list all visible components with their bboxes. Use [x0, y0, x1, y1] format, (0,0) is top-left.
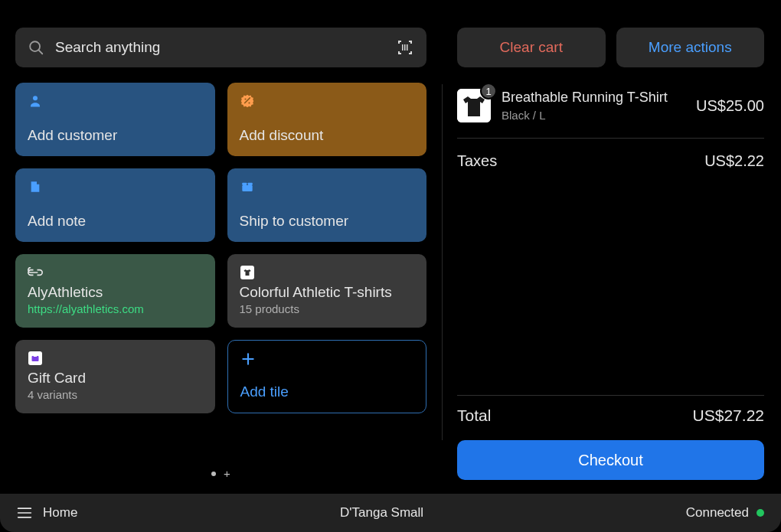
tile-label: Add tile [240, 383, 414, 400]
person-icon [28, 93, 43, 109]
right-panel: Clear cart More actions 1 Breathable Run… [443, 0, 781, 494]
tile-sublabel: 15 products [240, 302, 415, 315]
total-row: Total US$27.22 [457, 395, 764, 436]
tile-add-tile[interactable]: Add tile [227, 340, 427, 413]
tile-colorful-athletic[interactable]: Colorful Athletic T-shirts 15 products [227, 254, 427, 328]
tile-alyathletics[interactable]: AlyAthletics https://alyathletics.com [15, 254, 215, 328]
pager: + [15, 450, 426, 486]
svg-rect-8 [242, 185, 252, 191]
svg-point-6 [244, 98, 246, 100]
cart: 1 Breathable Running T-Shirt Black / L U… [457, 83, 764, 184]
left-panel: Search anything Add customer [0, 0, 442, 494]
tile-ship-to-customer[interactable]: Ship to customer [227, 168, 427, 242]
svg-rect-9 [242, 183, 247, 185]
tile-add-note[interactable]: Add note [15, 168, 215, 242]
cart-item-title: Breathable Running T-Shirt [502, 90, 685, 106]
total-value: US$27.22 [693, 406, 764, 425]
status-dot-icon [756, 509, 764, 517]
tile-add-customer[interactable]: Add customer [15, 83, 215, 156]
tile-add-discount[interactable]: Add discount [227, 83, 427, 156]
svg-rect-3 [404, 44, 406, 51]
tile-label: Gift Card [28, 370, 203, 387]
link-icon [28, 265, 43, 280]
home-label[interactable]: Home [43, 505, 77, 521]
hamburger-icon[interactable] [17, 507, 32, 519]
total-label: Total [457, 406, 491, 425]
pager-dot-active[interactable] [211, 472, 216, 476]
svg-point-7 [248, 102, 250, 103]
pager-add-page[interactable]: + [224, 467, 230, 480]
clear-cart-button[interactable]: Clear cart [457, 28, 606, 67]
footer: Home D'Tanga Small Connected [0, 494, 781, 532]
cart-item-price: US$25.00 [696, 97, 764, 115]
svg-point-5 [33, 96, 38, 100]
taxes-value: US$2.22 [704, 152, 764, 170]
product-thumb-icon [240, 265, 255, 280]
discount-icon [240, 93, 255, 109]
search-icon [28, 39, 44, 56]
svg-rect-10 [247, 183, 252, 185]
ship-icon [240, 179, 255, 194]
tile-label: Add discount [240, 127, 415, 144]
tile-label: AlyAthletics [28, 284, 203, 301]
plus-icon [240, 351, 256, 367]
taxes-label: Taxes [457, 152, 497, 170]
tile-label: Add customer [28, 127, 203, 144]
svg-rect-2 [402, 44, 404, 51]
svg-line-1 [39, 51, 43, 54]
taxes-row: Taxes US$2.22 [457, 139, 764, 184]
tile-label: Colorful Athletic T-shirts [240, 284, 415, 301]
tile-sublabel: https://alyathletics.com [28, 302, 203, 315]
cart-item-qty-badge: 1 [480, 83, 497, 100]
tile-sublabel: 4 variants [28, 388, 203, 401]
tile-gift-card[interactable]: Gift Card 4 variants [15, 340, 215, 413]
cart-item-variant: Black / L [502, 109, 685, 122]
note-icon [28, 179, 43, 194]
connected-label: Connected [686, 505, 749, 521]
tile-label: Ship to customer [240, 213, 415, 230]
gift-card-icon [28, 351, 43, 366]
barcode-scan-icon[interactable] [396, 38, 414, 57]
svg-rect-11 [32, 356, 39, 361]
search-bar[interactable]: Search anything [15, 28, 426, 67]
more-actions-button[interactable]: More actions [616, 28, 765, 67]
search-placeholder: Search anything [55, 39, 385, 56]
cart-item[interactable]: 1 Breathable Running T-Shirt Black / L U… [457, 83, 764, 139]
tile-label: Add note [28, 213, 203, 230]
svg-rect-4 [407, 44, 408, 51]
tiles-grid: Add customer Add discount Add note [15, 83, 426, 413]
footer-center-label: D'Tanga Small [77, 505, 685, 521]
checkout-button[interactable]: Checkout [457, 440, 764, 480]
